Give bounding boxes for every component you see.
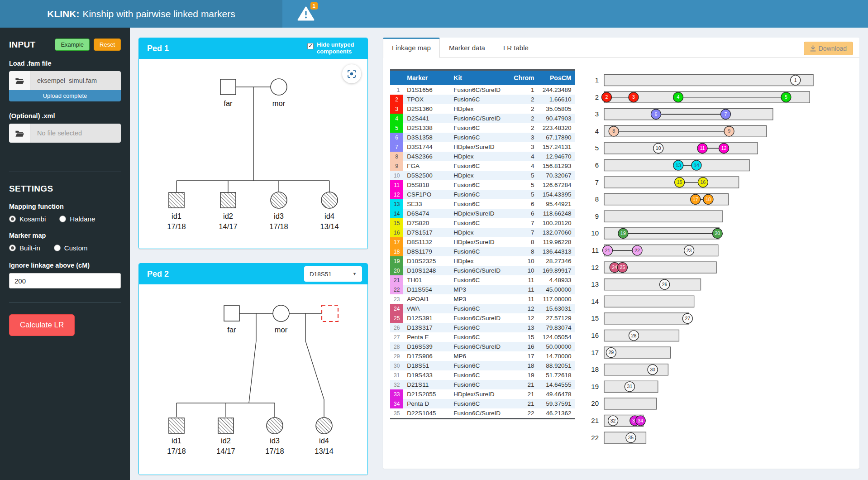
warning-count-badge: 1 xyxy=(310,2,318,10)
snapshot-camera-button[interactable] xyxy=(342,64,361,83)
chromosome-bar xyxy=(604,143,758,154)
ped2-header: Ped 2 D18S51 ▼ xyxy=(139,264,367,284)
tab-lr-table[interactable]: LR table xyxy=(494,38,538,58)
main-content: Ped 1 ✓ Hide untyped components farmorid… xyxy=(130,28,868,480)
table-row[interactable]: 13SE33Fusion6C695.44921 xyxy=(390,199,575,209)
row-number-badge: 6 xyxy=(390,133,403,142)
sidebar-divider xyxy=(9,302,121,302)
marker-circle-number: 17 xyxy=(693,197,698,202)
table-row[interactable]: 35D22S1045Fusion6C/SureID2246.21362 xyxy=(390,408,575,419)
radio-haldane[interactable]: Haldane xyxy=(59,215,95,223)
table-row[interactable]: 7D3S1744HDplex/SureID3157.24131 xyxy=(390,142,575,152)
marker-circle-number: 10 xyxy=(656,145,661,151)
radio-kosambi-label: Kosambi xyxy=(19,215,46,223)
row-number-badge: 8 xyxy=(390,152,403,161)
fam-file-input[interactable]: eksempel_simul.fam xyxy=(9,71,121,90)
table-row[interactable]: 24vWAFusion6C1215.63031 xyxy=(390,304,575,313)
tab-linkage-map[interactable]: Linkage map xyxy=(383,38,440,58)
table-row[interactable]: 1D1S1656Fusion6C/SureID1244.23489 xyxy=(390,85,575,95)
cell-chrom: 13 xyxy=(510,323,538,332)
table-row[interactable]: 22D11S554MP31145.00000 xyxy=(390,285,575,294)
cell-marker: D12S391 xyxy=(403,313,450,323)
table-row[interactable]: 21TH01Fusion6C114.48933 xyxy=(390,275,575,285)
cell-chrom: 22 xyxy=(510,408,538,419)
col-chrom[interactable]: Chrom xyxy=(510,70,538,85)
xml-file-input[interactable]: No file selected xyxy=(9,124,121,143)
cell-marker: Penta D xyxy=(403,399,450,408)
radio-custom[interactable]: Custom xyxy=(54,244,88,252)
table-row[interactable]: 29D17S906MP61714.70000 xyxy=(390,351,575,361)
table-row[interactable]: 3D2S1360HDplex235.05805 xyxy=(390,104,575,114)
table-row[interactable]: 4D2S441Fusion6C/SureID290.47903 xyxy=(390,114,575,123)
hide-untyped-checkbox-group[interactable]: ✓ Hide untyped components xyxy=(307,42,362,55)
cell-marker: D3S1358 xyxy=(403,133,450,142)
tab-marker-data[interactable]: Marker data xyxy=(440,38,494,58)
table-row[interactable]: 2TPOXFusion6C21.66610 xyxy=(390,95,575,104)
fam-browse-button[interactable] xyxy=(9,71,30,90)
table-row[interactable]: 6D3S1358Fusion6C367.17890 xyxy=(390,133,575,142)
table-row[interactable]: 20D10S1248Fusion6C/SureID10169.89917 xyxy=(390,266,575,275)
radio-custom-control[interactable] xyxy=(54,245,61,251)
table-row[interactable]: 23APOAI1MP311117.00000 xyxy=(390,294,575,304)
pedigree-male-symbol xyxy=(220,79,236,95)
results-tabs: Linkage map Marker data LR table xyxy=(383,38,859,58)
row-number-badge: 7 xyxy=(390,142,403,152)
fam-filename-field[interactable]: eksempel_simul.fam xyxy=(30,71,121,90)
marker-select-dropdown[interactable]: D18S51 ▼ xyxy=(304,266,362,282)
radio-haldane-control[interactable] xyxy=(59,216,66,222)
table-row[interactable]: 16D7S1517HDplex7132.07060 xyxy=(390,228,575,237)
table-row[interactable]: 14D6S474HDplex/SureID6118.66248 xyxy=(390,209,575,218)
radio-builtin-control[interactable] xyxy=(9,245,16,251)
hide-untyped-checkbox[interactable]: ✓ xyxy=(307,43,314,49)
marker-map-label: Marker map xyxy=(9,232,121,239)
table-row[interactable]: 31D19S433Fusion6C1951.72618 xyxy=(390,370,575,380)
chromosome-bar xyxy=(604,330,679,341)
table-row[interactable]: 18D8S1179Fusion6C8136.44313 xyxy=(390,247,575,256)
radio-kosambi[interactable]: Kosambi xyxy=(9,215,46,223)
col-marker[interactable]: Marker xyxy=(403,70,450,85)
warnings-menu[interactable]: 1 xyxy=(293,4,319,24)
table-row[interactable]: 30D18S51Fusion6C1888.92051 xyxy=(390,361,575,370)
radio-kosambi-control[interactable] xyxy=(9,216,16,222)
col-kit[interactable]: Kit xyxy=(450,70,510,85)
ped1-plot-area: farmorid117/18id214/17id317/18id413/14 xyxy=(139,59,367,249)
cell-chrom: 11 xyxy=(510,285,538,294)
table-row[interactable]: 32D21S11Fusion6C2114.64555 xyxy=(390,380,575,389)
chromosome-label: 6 xyxy=(595,161,599,169)
ignore-linkage-input[interactable] xyxy=(9,273,121,288)
calculate-lr-button[interactable]: Calculate LR xyxy=(9,314,75,336)
download-button[interactable]: Download xyxy=(804,42,853,55)
table-row[interactable]: 5D2S1338Fusion6C2223.48320 xyxy=(390,123,575,133)
table-row[interactable]: 11D5S818Fusion6C5126.67284 xyxy=(390,180,575,190)
xml-filename-field[interactable]: No file selected xyxy=(30,124,121,143)
xml-browse-button[interactable] xyxy=(9,124,30,143)
table-row[interactable]: 8D4S2366HDplex412.94670 xyxy=(390,152,575,161)
radio-builtin[interactable]: Built-in xyxy=(9,244,40,252)
table-row[interactable]: 12CSF1POFusion6C5154.43395 xyxy=(390,190,575,199)
cell-pos: 35.05805 xyxy=(538,104,575,114)
table-row[interactable]: 10D5S2500HDplex570.32067 xyxy=(390,171,575,180)
marker-table-body: 1D1S1656Fusion6C/SureID1244.234892TPOXFu… xyxy=(390,85,575,419)
marker-circle-number: 19 xyxy=(620,230,626,236)
col-poscm[interactable]: PosCM xyxy=(538,70,575,85)
table-row[interactable]: 17D8S1132HDplex/SureID8119.96228 xyxy=(390,237,575,247)
cell-chrom: 5 xyxy=(510,180,538,190)
example-button[interactable]: Example xyxy=(55,38,90,51)
row-number-badge: 34 xyxy=(390,399,403,408)
table-row[interactable]: 28D16S539Fusion6C/SureID1650.00000 xyxy=(390,342,575,351)
pedigree-label: id1 xyxy=(172,212,181,220)
table-row[interactable]: 27Penta EFusion6C15124.05054 xyxy=(390,332,575,342)
table-row[interactable]: 33D21S2055HDplex/SureID2149.46478 xyxy=(390,389,575,399)
table-row[interactable]: 34Penta DFusion6C2159.37591 xyxy=(390,399,575,408)
marker-circle-number: 34 xyxy=(638,418,643,423)
table-row[interactable]: 15D7S820Fusion6C7100.20120 xyxy=(390,218,575,228)
table-row[interactable]: 25D12S391Fusion6C/SureID1227.57129 xyxy=(390,313,575,323)
cell-marker: D6S474 xyxy=(403,209,450,218)
pedigree-label: 13/14 xyxy=(320,222,339,230)
table-row[interactable]: 19D10S2325HDplex1028.27346 xyxy=(390,256,575,266)
cell-kit: Fusion6C xyxy=(450,95,510,104)
table-row[interactable]: 9FGAFusion6C4156.81293 xyxy=(390,161,575,171)
reset-button[interactable]: Reset xyxy=(94,38,121,51)
table-row[interactable]: 26D13S317Fusion6C1379.83074 xyxy=(390,323,575,332)
cell-kit: Fusion6C xyxy=(450,247,510,256)
